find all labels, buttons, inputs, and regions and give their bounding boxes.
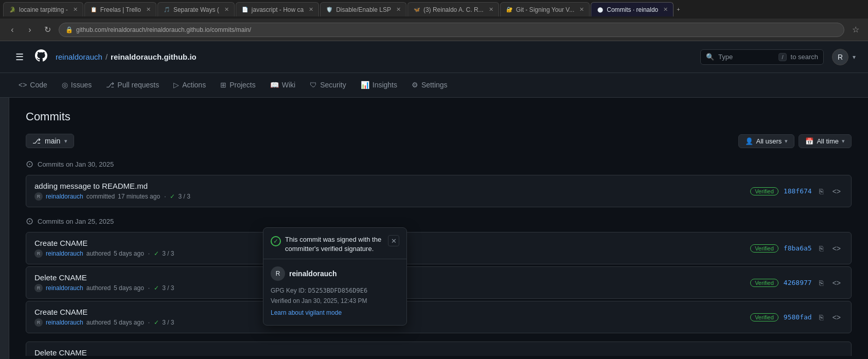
commit-title-2[interactable]: Create CNAME [34, 239, 174, 247]
verified-badge[interactable]: Verified [750, 187, 778, 195]
nav-wiki[interactable]: 📖 Wiki [264, 77, 302, 94]
browser-tab-6[interactable]: 🦋 (3) Reinaldo A. C. R... ✕ [408, 2, 499, 16]
browse-files-btn-2[interactable]: <> [830, 243, 843, 254]
browser-tab-1[interactable]: 🐊 locaine tarpitting - ✕ [3, 2, 83, 16]
author-avatar-2: R [34, 249, 43, 258]
tab8-label: Commits · reinaldo [607, 6, 658, 13]
copy-hash-btn-4[interactable]: ⎘ [817, 312, 825, 322]
wiki-icon: 📖 [270, 81, 279, 89]
branch-selector[interactable]: ⎇ main ▾ [26, 134, 74, 148]
vigilant-mode-link[interactable]: Learn about vigilant mode [271, 308, 399, 318]
nav-code[interactable]: <> Code [12, 77, 54, 94]
reload-button[interactable]: ↻ [40, 23, 55, 37]
commit-checks-3: 3 / 3 [162, 284, 174, 292]
popup-username[interactable]: reinaldorauch [289, 270, 337, 278]
popup-details: GPG Key ID: D5253BDFD856D9E6 Verified on… [271, 286, 399, 318]
dot-icon-2: ⊙ [26, 216, 33, 227]
branch-icon: ⎇ [32, 137, 41, 145]
tab1-close[interactable]: ✕ [73, 6, 78, 13]
browser-tab-3[interactable]: 🎵 Separate Ways ( ✕ [157, 2, 235, 16]
commit-hash[interactable]: 188f674 [784, 187, 812, 195]
browse-files-btn-3[interactable]: <> [830, 278, 843, 288]
nav-controls: ‹ › ↻ [5, 23, 55, 37]
nav-settings[interactable]: ⚙ Settings [405, 77, 454, 94]
commit-title-4[interactable]: Create CNAME [34, 308, 174, 316]
nav-actions[interactable]: ▷ Actions [167, 77, 212, 94]
author-avatar-3: R [34, 284, 43, 292]
back-button[interactable]: ‹ [5, 23, 20, 37]
commit-meta-3: R reinaldorauch authored 5 days ago · ✓ … [34, 284, 174, 292]
breadcrumb-user[interactable]: reinaldorauch [56, 52, 102, 61]
tab1-favicon: 🐊 [9, 6, 16, 13]
browse-files-btn-4[interactable]: <> [830, 312, 843, 322]
browser-tab-5[interactable]: 🛡️ Disable/Enable LSP ✕ [320, 2, 406, 16]
check-icon-4: ✓ [154, 319, 159, 326]
popup-close-button[interactable]: ✕ [388, 235, 399, 246]
tab3-close[interactable]: ✕ [224, 6, 229, 13]
forward-button[interactable]: › [23, 23, 37, 37]
commit-meta: R reinaldorauch committed 17 minutes ago… [34, 192, 190, 201]
commit-right-4: Verified 9580fad ⎘ <> [750, 312, 843, 322]
author-name-2[interactable]: reinaldorauch [46, 250, 83, 257]
hamburger-menu[interactable]: ☰ [12, 49, 27, 65]
nav-code-label: Code [30, 81, 47, 89]
bookmark-button[interactable]: ☆ [848, 23, 863, 37]
all-time-filter[interactable]: 📅 All time ▾ [799, 134, 852, 148]
nav-issues[interactable]: ◎ Issues [56, 77, 98, 94]
commit-left-4: Create CNAME R reinaldorauch authored 5 … [34, 308, 174, 327]
tab5-close[interactable]: ✕ [396, 6, 401, 13]
verified-badge-4[interactable]: Verified [750, 313, 778, 321]
commit-hash-2[interactable]: f8ba6a5 [784, 244, 812, 252]
github-logo[interactable] [35, 49, 47, 65]
tab7-close[interactable]: ✕ [579, 6, 584, 13]
address-bar[interactable]: 🔒 github.com/reinaldorauch/reinaldorauch… [59, 23, 844, 37]
browser-tab-2[interactable]: 📋 Freelas | Trello ✕ [84, 2, 156, 16]
page-title: Commits [26, 110, 852, 123]
verified-date: Verified on Jan 30, 2025, 12:43 PM [271, 297, 367, 304]
nav-actions-label: Actions [182, 81, 206, 89]
author-name[interactable]: reinaldorauch [46, 193, 83, 200]
tab4-close[interactable]: ✕ [309, 6, 313, 13]
browser-tab-8[interactable]: ⬤ Commits · reinaldo ✕ [591, 2, 674, 16]
new-tab-btn[interactable]: + [677, 6, 680, 12]
section2-date-header: ⊙ Commits on Jan 25, 2025 [26, 216, 852, 227]
partial-row-container: Delete CNAME [26, 342, 852, 356]
author-name-4[interactable]: reinaldorauch [46, 319, 83, 326]
breadcrumb-repo[interactable]: reinaldorauch.github.io [111, 52, 197, 61]
verified-badge-2[interactable]: Verified [750, 244, 778, 253]
tab2-close[interactable]: ✕ [146, 6, 151, 13]
avatar-chevron[interactable]: ▾ [853, 53, 856, 61]
tab6-close[interactable]: ✕ [489, 6, 493, 13]
commit-title-3[interactable]: Delete CNAME [34, 273, 174, 282]
commit-hash-3[interactable]: 4268977 [784, 279, 812, 286]
copy-hash-btn[interactable]: ⎘ [817, 186, 825, 196]
author-name-3[interactable]: reinaldorauch [46, 284, 83, 292]
popup-header-left: ✓ This commit was signed with the commit… [271, 235, 388, 254]
nav-insights[interactable]: 📊 Insights [355, 77, 403, 94]
actions-icon: ▷ [173, 81, 179, 89]
browser-tab-7[interactable]: 🔐 Git - Signing Your V... ✕ [500, 2, 590, 16]
nav-projects[interactable]: ⊞ Projects [214, 77, 262, 94]
commit-title[interactable]: adding message to README.md [34, 182, 190, 190]
copy-hash-btn-2[interactable]: ⎘ [817, 243, 825, 254]
browse-files-btn[interactable]: <> [830, 186, 843, 196]
tab8-close[interactable]: ✕ [663, 6, 668, 13]
nav-security[interactable]: 🛡 Security [304, 77, 352, 94]
breadcrumb: reinaldorauch / reinaldorauch.github.io [56, 52, 197, 61]
commit-left-partial: Delete CNAME [34, 348, 87, 356]
commit-action: committed [86, 193, 115, 200]
verified-popup: ✓ This commit was signed with the commit… [263, 227, 407, 326]
commit-action-4: authored [86, 319, 111, 326]
tab6-label: (3) Reinaldo A. C. R... [423, 6, 484, 13]
copy-hash-btn-3[interactable]: ⎘ [817, 278, 825, 288]
calendar-icon: 📅 [805, 137, 813, 145]
commit-hash-4[interactable]: 9580fad [784, 313, 812, 321]
user-avatar[interactable]: R [832, 49, 848, 65]
check-icon-3: ✓ [154, 284, 159, 292]
browser-tab-4[interactable]: 📄 javascript - How ca ✕ [236, 2, 319, 16]
verified-badge-3[interactable]: Verified [750, 279, 778, 287]
all-users-filter[interactable]: 👤 All users ▾ [738, 134, 795, 148]
search-bar[interactable]: 🔍 Type / to search [700, 49, 824, 65]
nav-pulls[interactable]: ⎇ Pull requests [100, 77, 165, 94]
commit-meta-2: R reinaldorauch authored 5 days ago · ✓ … [34, 249, 174, 258]
